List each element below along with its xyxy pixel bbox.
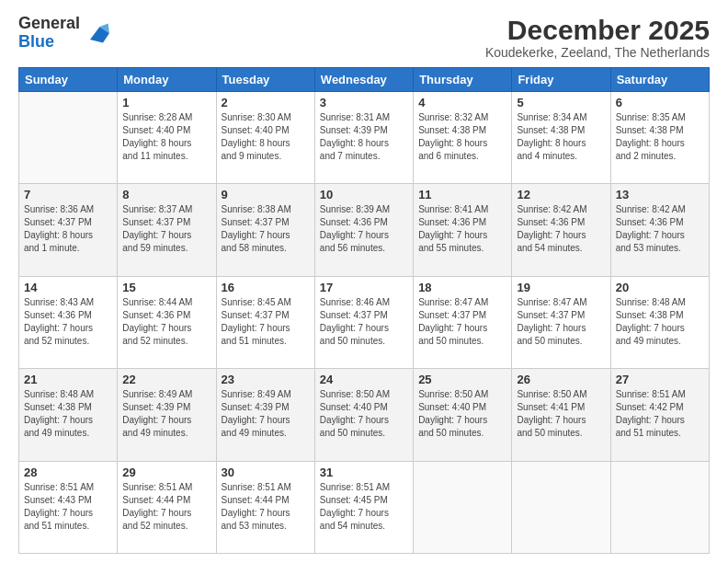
table-row xyxy=(19,92,118,184)
table-row: 15Sunrise: 8:44 AM Sunset: 4:36 PM Dayli… xyxy=(118,276,216,368)
day-number: 20 xyxy=(616,281,704,294)
table-row: 10Sunrise: 8:39 AM Sunset: 4:36 PM Dayli… xyxy=(314,184,413,276)
day-info: Sunrise: 8:49 AM Sunset: 4:39 PM Dayligh… xyxy=(122,388,210,440)
day-number: 28 xyxy=(24,465,112,479)
day-number: 10 xyxy=(320,188,408,201)
table-row: 2Sunrise: 8:30 AM Sunset: 4:40 PM Daylig… xyxy=(216,92,314,184)
day-number: 26 xyxy=(517,373,605,386)
day-info: Sunrise: 8:48 AM Sunset: 4:38 PM Dayligh… xyxy=(24,388,112,440)
day-number: 13 xyxy=(616,188,704,201)
day-number: 12 xyxy=(517,188,605,201)
col-monday: Monday xyxy=(118,68,216,92)
calendar-week-row: 21Sunrise: 8:48 AM Sunset: 4:38 PM Dayli… xyxy=(19,369,710,461)
header: General Blue December 2025 Koudekerke, Z… xyxy=(18,15,710,60)
day-info: Sunrise: 8:49 AM Sunset: 4:39 PM Dayligh… xyxy=(222,388,310,440)
day-info: Sunrise: 8:31 AM Sunset: 4:39 PM Dayligh… xyxy=(320,111,408,163)
table-row: 12Sunrise: 8:42 AM Sunset: 4:36 PM Dayli… xyxy=(512,184,610,276)
day-info: Sunrise: 8:42 AM Sunset: 4:36 PM Dayligh… xyxy=(517,203,605,255)
day-number: 4 xyxy=(418,96,506,109)
day-number: 7 xyxy=(24,188,112,201)
day-number: 27 xyxy=(616,373,704,386)
day-number: 19 xyxy=(517,281,605,294)
table-row: 23Sunrise: 8:49 AM Sunset: 4:39 PM Dayli… xyxy=(216,369,314,461)
table-row: 28Sunrise: 8:51 AM Sunset: 4:43 PM Dayli… xyxy=(19,461,118,553)
table-row: 19Sunrise: 8:47 AM Sunset: 4:37 PM Dayli… xyxy=(512,276,610,368)
day-info: Sunrise: 8:30 AM Sunset: 4:40 PM Dayligh… xyxy=(222,111,310,163)
calendar-week-row: 7Sunrise: 8:36 AM Sunset: 4:37 PM Daylig… xyxy=(19,184,710,276)
table-row: 4Sunrise: 8:32 AM Sunset: 4:38 PM Daylig… xyxy=(414,92,512,184)
day-number: 6 xyxy=(616,96,704,109)
day-info: Sunrise: 8:42 AM Sunset: 4:36 PM Dayligh… xyxy=(616,203,704,255)
page: General Blue December 2025 Koudekerke, Z… xyxy=(0,0,728,563)
table-row: 16Sunrise: 8:45 AM Sunset: 4:37 PM Dayli… xyxy=(216,276,314,368)
table-row: 7Sunrise: 8:36 AM Sunset: 4:37 PM Daylig… xyxy=(19,184,118,276)
table-row: 31Sunrise: 8:51 AM Sunset: 4:45 PM Dayli… xyxy=(314,461,413,553)
day-number: 16 xyxy=(222,281,310,294)
day-number: 30 xyxy=(222,465,310,479)
logo-icon xyxy=(84,20,109,46)
table-row: 30Sunrise: 8:51 AM Sunset: 4:44 PM Dayli… xyxy=(216,461,314,553)
day-info: Sunrise: 8:51 AM Sunset: 4:43 PM Dayligh… xyxy=(24,481,112,533)
day-number: 29 xyxy=(122,465,210,479)
day-number: 9 xyxy=(222,188,310,201)
table-row: 22Sunrise: 8:49 AM Sunset: 4:39 PM Dayli… xyxy=(118,369,216,461)
logo: General Blue xyxy=(18,15,109,52)
logo-blue: Blue xyxy=(18,32,54,51)
table-row: 13Sunrise: 8:42 AM Sunset: 4:36 PM Dayli… xyxy=(610,184,709,276)
table-row: 5Sunrise: 8:34 AM Sunset: 4:38 PM Daylig… xyxy=(512,92,610,184)
subtitle: Koudekerke, Zeeland, The Netherlands xyxy=(485,45,710,60)
day-number: 24 xyxy=(320,373,408,386)
day-info: Sunrise: 8:32 AM Sunset: 4:38 PM Dayligh… xyxy=(418,111,506,163)
day-info: Sunrise: 8:51 AM Sunset: 4:44 PM Dayligh… xyxy=(222,481,310,533)
col-wednesday: Wednesday xyxy=(314,68,413,92)
logo-general: General xyxy=(18,14,80,32)
calendar-week-row: 14Sunrise: 8:43 AM Sunset: 4:36 PM Dayli… xyxy=(19,276,710,368)
day-number: 25 xyxy=(418,373,506,386)
table-row xyxy=(414,461,512,553)
day-number: 14 xyxy=(24,281,112,294)
day-number: 21 xyxy=(24,373,112,386)
day-number: 22 xyxy=(122,373,210,386)
calendar-header-row: Sunday Monday Tuesday Wednesday Thursday… xyxy=(19,68,710,92)
table-row: 8Sunrise: 8:37 AM Sunset: 4:37 PM Daylig… xyxy=(118,184,216,276)
calendar-week-row: 1Sunrise: 8:28 AM Sunset: 4:40 PM Daylig… xyxy=(19,92,710,184)
day-info: Sunrise: 8:50 AM Sunset: 4:40 PM Dayligh… xyxy=(320,388,408,440)
day-info: Sunrise: 8:39 AM Sunset: 4:36 PM Dayligh… xyxy=(320,203,408,255)
col-thursday: Thursday xyxy=(414,68,512,92)
table-row: 9Sunrise: 8:38 AM Sunset: 4:37 PM Daylig… xyxy=(216,184,314,276)
table-row: 11Sunrise: 8:41 AM Sunset: 4:36 PM Dayli… xyxy=(414,184,512,276)
table-row: 3Sunrise: 8:31 AM Sunset: 4:39 PM Daylig… xyxy=(314,92,413,184)
table-row: 18Sunrise: 8:47 AM Sunset: 4:37 PM Dayli… xyxy=(414,276,512,368)
day-number: 31 xyxy=(320,465,408,479)
day-number: 5 xyxy=(517,96,605,109)
calendar-week-row: 28Sunrise: 8:51 AM Sunset: 4:43 PM Dayli… xyxy=(19,461,710,553)
table-row: 26Sunrise: 8:50 AM Sunset: 4:41 PM Dayli… xyxy=(512,369,610,461)
col-friday: Friday xyxy=(512,68,610,92)
day-number: 3 xyxy=(320,96,408,109)
table-row: 27Sunrise: 8:51 AM Sunset: 4:42 PM Dayli… xyxy=(610,369,709,461)
day-info: Sunrise: 8:38 AM Sunset: 4:37 PM Dayligh… xyxy=(222,203,310,255)
day-number: 17 xyxy=(320,281,408,294)
day-info: Sunrise: 8:48 AM Sunset: 4:38 PM Dayligh… xyxy=(616,296,704,348)
day-info: Sunrise: 8:44 AM Sunset: 4:36 PM Dayligh… xyxy=(122,296,210,348)
day-info: Sunrise: 8:36 AM Sunset: 4:37 PM Dayligh… xyxy=(24,203,112,255)
table-row: 20Sunrise: 8:48 AM Sunset: 4:38 PM Dayli… xyxy=(610,276,709,368)
table-row: 24Sunrise: 8:50 AM Sunset: 4:40 PM Dayli… xyxy=(314,369,413,461)
table-row: 17Sunrise: 8:46 AM Sunset: 4:37 PM Dayli… xyxy=(314,276,413,368)
day-info: Sunrise: 8:51 AM Sunset: 4:45 PM Dayligh… xyxy=(320,481,408,533)
day-info: Sunrise: 8:28 AM Sunset: 4:40 PM Dayligh… xyxy=(122,111,210,163)
day-info: Sunrise: 8:50 AM Sunset: 4:41 PM Dayligh… xyxy=(517,388,605,440)
day-info: Sunrise: 8:35 AM Sunset: 4:38 PM Dayligh… xyxy=(616,111,704,163)
table-row xyxy=(610,461,709,553)
table-row: 1Sunrise: 8:28 AM Sunset: 4:40 PM Daylig… xyxy=(118,92,216,184)
day-info: Sunrise: 8:46 AM Sunset: 4:37 PM Dayligh… xyxy=(320,296,408,348)
day-info: Sunrise: 8:37 AM Sunset: 4:37 PM Dayligh… xyxy=(122,203,210,255)
month-title: December 2025 xyxy=(485,15,710,45)
table-row: 29Sunrise: 8:51 AM Sunset: 4:44 PM Dayli… xyxy=(118,461,216,553)
title-block: December 2025 Koudekerke, Zeeland, The N… xyxy=(485,15,710,60)
col-saturday: Saturday xyxy=(610,68,709,92)
day-info: Sunrise: 8:41 AM Sunset: 4:36 PM Dayligh… xyxy=(418,203,506,255)
table-row xyxy=(512,461,610,553)
day-number: 2 xyxy=(222,96,310,109)
table-row: 21Sunrise: 8:48 AM Sunset: 4:38 PM Dayli… xyxy=(19,369,118,461)
